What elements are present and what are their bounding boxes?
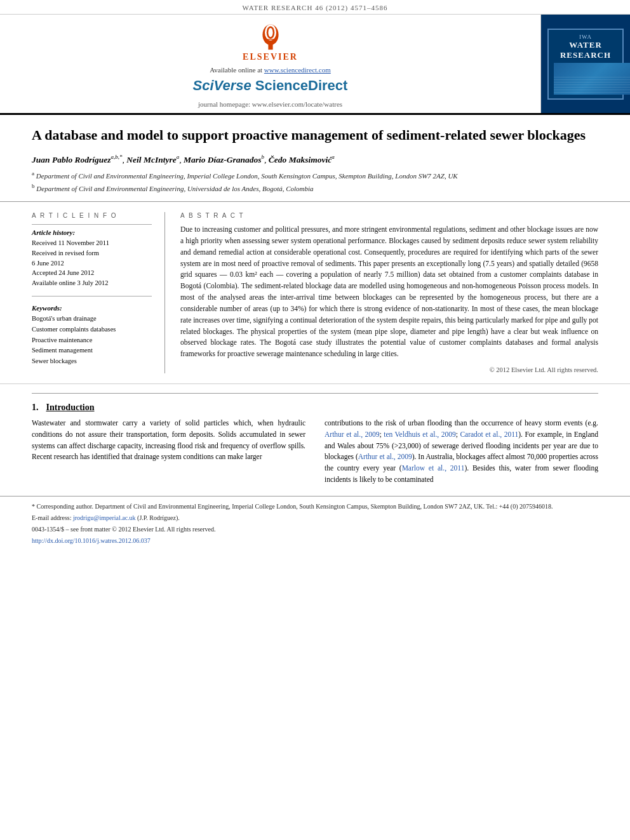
article-title-section: A database and model to support proactiv… bbox=[0, 115, 630, 202]
abstract-panel: A B S T R A C T Due to increasing custom… bbox=[165, 212, 598, 373]
elsevier-logo: ELSEVIER bbox=[243, 22, 298, 62]
footnote-doi: http://dx.doi.org/10.1016/j.watres.2012.… bbox=[32, 536, 598, 546]
section-number: 1. bbox=[32, 403, 39, 413]
affiliation-b: b Department of Civil and Environmental … bbox=[32, 182, 598, 194]
author-3: Mario Díaz-Granados bbox=[184, 154, 262, 164]
author-4-sup: a bbox=[332, 154, 335, 160]
keywords-divider bbox=[32, 296, 152, 297]
history-available: Available online 3 July 2012 bbox=[32, 278, 152, 288]
abstract-copyright: © 2012 Elsevier Ltd. All rights reserved… bbox=[180, 366, 598, 373]
intro-right-text: contributions to the risk of urban flood… bbox=[325, 418, 598, 486]
ref-arthur-2009[interactable]: Arthur et al., 2009 bbox=[325, 430, 380, 438]
history-label: Article history: bbox=[32, 229, 152, 236]
svg-point-4 bbox=[268, 28, 272, 37]
water-research-image bbox=[554, 63, 630, 95]
keyword-5: Sewer blockages bbox=[32, 356, 152, 367]
ref-marlow[interactable]: Marlow et al., 2011 bbox=[402, 464, 465, 472]
abstract-text: Due to increasing customer and political… bbox=[180, 224, 598, 360]
water-research-logo-area: IWA WATER RESEARCH bbox=[541, 15, 630, 113]
iwa-label: IWA bbox=[554, 34, 617, 40]
article-title: A database and model to support proactiv… bbox=[32, 126, 598, 145]
author-2-sup: a bbox=[177, 154, 180, 160]
ref-arthur-2009b[interactable]: Arthur et al., 2009 bbox=[358, 453, 412, 460]
author-2: Neil McIntyre bbox=[126, 154, 176, 164]
intro-left-col: Wastewater and stormwater carry a variet… bbox=[32, 418, 305, 486]
history-accepted: Accepted 24 June 2012 bbox=[32, 268, 152, 278]
history-received: Received 11 November 2011 bbox=[32, 238, 152, 248]
elsevier-tree-icon bbox=[251, 22, 290, 51]
journal-header-left: ELSEVIER Available online at www.science… bbox=[0, 15, 541, 113]
keyword-3: Proactive maintenance bbox=[32, 335, 152, 346]
journal-header: ELSEVIER Available online at www.science… bbox=[0, 15, 630, 115]
introduction-section: 1. Introduction Wastewater and stormwate… bbox=[0, 403, 630, 486]
ref-veldhuis[interactable]: ten Veldhuis et al., 2009 bbox=[384, 430, 455, 438]
article-info-heading: A R T I C L E I N F O bbox=[32, 212, 152, 219]
footnote-section: * Corresponding author. Department of Ci… bbox=[0, 496, 630, 554]
authors-line: Juan Pablo Rodrígueza,b,*, Neil McIntyre… bbox=[32, 154, 598, 165]
journal-homepage-text: journal homepage: www.elsevier.com/locat… bbox=[198, 100, 342, 108]
history-revised-date: 6 June 2012 bbox=[32, 258, 152, 269]
affiliations: a Department of Civil and Environmental … bbox=[32, 170, 598, 194]
article-info-panel: A R T I C L E I N F O Article history: R… bbox=[32, 212, 165, 373]
history-revised-label: Received in revised form bbox=[32, 248, 152, 258]
available-online-text: Available online at www.sciencedirect.co… bbox=[210, 66, 331, 74]
intro-right-col: contributions to the risk of urban flood… bbox=[325, 418, 598, 486]
article-history: Article history: Received 11 November 20… bbox=[32, 229, 152, 288]
article-info-abstract: A R T I C L E I N F O Article history: R… bbox=[0, 202, 630, 384]
author-1-sup: a,b,* bbox=[111, 154, 123, 160]
author-3-sup: b bbox=[262, 154, 265, 160]
abstract-heading: A B S T R A C T bbox=[180, 212, 598, 219]
keyword-1: Bogotá's urban drainage bbox=[32, 314, 152, 324]
info-divider bbox=[32, 224, 152, 225]
journal-reference: WATER RESEARCH 46 (2012) 4571–4586 bbox=[0, 0, 630, 15]
intro-left-text: Wastewater and stormwater carry a variet… bbox=[32, 418, 305, 463]
keyword-2: Customer complaints databases bbox=[32, 324, 152, 335]
section-title: Introduction bbox=[46, 403, 95, 413]
footnote-copyright: 0043-1354/$ – see front matter © 2012 El… bbox=[32, 524, 598, 535]
footnote-email: E-mail address: jrodrigu@imperial.ac.uk … bbox=[32, 513, 598, 523]
author-1: Juan Pablo Rodríguez bbox=[32, 154, 111, 164]
journal-ref-text: WATER RESEARCH 46 (2012) 4571–4586 bbox=[243, 4, 388, 11]
water-research-logo: IWA WATER RESEARCH bbox=[547, 29, 624, 100]
footnote-corresponding: * Corresponding author. Department of Ci… bbox=[32, 502, 598, 512]
sciencedirect-url[interactable]: www.sciencedirect.com bbox=[264, 66, 331, 74]
section-separator bbox=[32, 393, 598, 394]
elsevier-wordmark: ELSEVIER bbox=[243, 52, 298, 62]
intro-columns: Wastewater and stormwater carry a variet… bbox=[32, 418, 598, 486]
water-research-title: WATER RESEARCH bbox=[554, 40, 617, 60]
introduction-title-row: 1. Introduction bbox=[32, 403, 598, 413]
doi-link[interactable]: http://dx.doi.org/10.1016/j.watres.2012.… bbox=[32, 537, 151, 544]
keyword-4: Sediment management bbox=[32, 345, 152, 356]
author-4: Čedo Maksimović bbox=[269, 154, 332, 164]
keywords-section: Keywords: Bogotá's urban drainage Custom… bbox=[32, 304, 152, 367]
ref-caradot[interactable]: Caradot et al., 2011 bbox=[460, 430, 518, 438]
email-link[interactable]: jrodrigu@imperial.ac.uk bbox=[73, 514, 136, 521]
affiliation-a: a Department of Civil and Environmental … bbox=[32, 170, 598, 181]
keywords-label: Keywords: bbox=[32, 304, 152, 312]
sciencedirect-brand: SciVerse ScienceDirect bbox=[193, 77, 348, 94]
